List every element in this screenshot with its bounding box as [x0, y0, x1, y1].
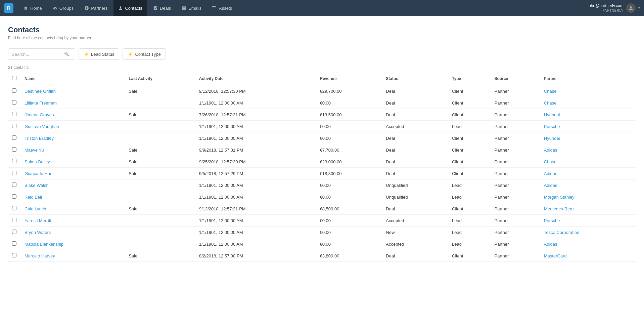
- row-status: Accepted: [382, 121, 448, 132]
- contacts-tbody: Destinee Griffith Sale 9/12/2018, 12:57:…: [8, 85, 636, 262]
- row-checkbox[interactable]: [12, 171, 16, 175]
- row-revenue: €0.00: [316, 238, 382, 250]
- partner-link[interactable]: Hyundai: [544, 136, 560, 141]
- row-type: Client: [448, 168, 490, 179]
- row-activity-date: 9/5/2018, 12:57:29 PM: [195, 168, 316, 179]
- row-checkbox[interactable]: [12, 218, 16, 222]
- nav-partners[interactable]: Partners: [80, 0, 112, 16]
- partner-link[interactable]: Adidas: [544, 148, 557, 153]
- row-name: Jimena Graves: [20, 109, 125, 121]
- partner-link[interactable]: Chase: [544, 159, 557, 164]
- row-partner: Adidas: [540, 168, 636, 179]
- contact-name-link[interactable]: Destinee Griffith: [25, 89, 56, 94]
- partner-link[interactable]: Adidas: [544, 183, 557, 188]
- chevron-down-icon[interactable]: ▾: [638, 6, 640, 10]
- contact-name-link[interactable]: Marcelo Harvey: [25, 253, 55, 258]
- contact-type-label: Contact Type: [135, 52, 160, 57]
- contact-name-link[interactable]: Yaretzi Merritt: [25, 218, 51, 223]
- search-box[interactable]: 🔍: [8, 48, 75, 60]
- select-all-checkbox[interactable]: [12, 76, 16, 80]
- row-activity-date: 1/1/1901, 12:00:00 AM: [195, 97, 316, 109]
- contact-type-filter[interactable]: ⚡ Contact Type: [123, 48, 166, 60]
- row-activity-date: 1/1/1901, 12:00:00 AM: [195, 227, 316, 238]
- contact-name-link[interactable]: Giancarlo Hunt: [25, 171, 54, 176]
- contact-name-link[interactable]: Lilliana Freeman: [25, 100, 57, 106]
- row-source: Partner: [491, 203, 540, 215]
- contact-name-link[interactable]: Reid Bell: [25, 195, 42, 200]
- row-source: Partner: [491, 121, 540, 132]
- nav-emails[interactable]: Emails: [177, 0, 206, 16]
- contact-name-link[interactable]: Cale Lynch: [25, 206, 46, 211]
- filter-icon: ⚡: [84, 52, 89, 57]
- row-source: Partner: [491, 238, 540, 250]
- row-revenue: €7,700.00: [316, 144, 382, 156]
- row-type: Lead: [448, 215, 490, 227]
- row-checkbox[interactable]: [12, 182, 16, 187]
- row-checkbox-cell: [8, 203, 20, 215]
- row-status: Accepted: [382, 215, 448, 227]
- nav-home[interactable]: Home: [19, 0, 47, 16]
- partner-link[interactable]: Chase: [544, 100, 557, 106]
- row-checkbox-cell: [8, 156, 20, 168]
- contact-name-link[interactable]: Maeve Yu: [25, 148, 44, 153]
- contact-name-link[interactable]: Jimena Graves: [25, 112, 54, 117]
- row-partner: Chase: [540, 156, 636, 168]
- row-name: Destinee Griffith: [20, 85, 125, 97]
- row-checkbox[interactable]: [12, 124, 16, 128]
- header-activity-date: Activity Date: [195, 73, 316, 85]
- contact-name-link[interactable]: Salma Bailey: [25, 159, 50, 164]
- table-row: Cale Lynch Sale 9/13/2018, 12:57:31 PM €…: [8, 203, 636, 215]
- row-checkbox[interactable]: [12, 241, 16, 246]
- partner-link[interactable]: Porsche: [544, 124, 560, 129]
- lead-status-filter[interactable]: ⚡ Lead Status: [79, 48, 119, 60]
- row-checkbox[interactable]: [12, 147, 16, 152]
- row-type: Client: [448, 156, 490, 168]
- row-source: Partner: [491, 250, 540, 262]
- contact-name-link[interactable]: Brynn Waters: [25, 230, 51, 235]
- partner-link[interactable]: Hyundai: [544, 112, 560, 117]
- row-checkbox[interactable]: [12, 112, 16, 116]
- search-input[interactable]: [12, 52, 62, 57]
- row-partner: Adidas: [540, 179, 636, 191]
- row-checkbox[interactable]: [12, 100, 16, 105]
- row-source: Partner: [491, 85, 540, 97]
- partner-link[interactable]: Porsche: [544, 218, 560, 223]
- partner-link[interactable]: Morgan Stanley: [544, 195, 574, 200]
- row-checkbox[interactable]: [12, 230, 16, 234]
- row-revenue: €0.00: [316, 215, 382, 227]
- contact-name-link[interactable]: Gustavo Vaughan: [25, 124, 59, 129]
- nav-contacts[interactable]: Contacts: [113, 0, 147, 16]
- filters-bar: 🔍 ⚡ Lead Status ⚡ Contact Type: [8, 48, 636, 60]
- partner-link[interactable]: Chase: [544, 89, 557, 94]
- header-name: Name: [20, 73, 125, 85]
- row-checkbox[interactable]: [12, 206, 16, 210]
- partner-link[interactable]: Adidas: [544, 242, 557, 247]
- row-partner: Chase: [540, 85, 636, 97]
- header-revenue: Revenue: [316, 73, 382, 85]
- user-info: john@partnerly.com PARTNERLY: [588, 3, 624, 13]
- nav-assets[interactable]: Assets: [208, 0, 237, 16]
- table-row: Brynn Waters 1/1/1901, 12:00:00 AM €0.00…: [8, 227, 636, 238]
- row-partner: Tesco Corporation: [540, 227, 636, 238]
- contact-name-link[interactable]: Matilda Blankenship: [25, 242, 63, 247]
- nav-deals[interactable]: Deals: [148, 0, 176, 16]
- nav-groups[interactable]: Groups: [48, 0, 79, 16]
- contact-name-link[interactable]: Blake Walsh: [25, 183, 49, 188]
- row-activity-date: 1/1/1901, 12:00:00 AM: [195, 238, 316, 250]
- row-name: Marcelo Harvey: [20, 250, 125, 262]
- page-title: Contacts: [8, 26, 636, 34]
- row-checkbox[interactable]: [12, 88, 16, 93]
- partner-link[interactable]: Mercedes-Benz: [544, 206, 574, 211]
- partner-link[interactable]: Tesco Corporation: [544, 230, 580, 235]
- row-type: Client: [448, 85, 490, 97]
- contact-name-link[interactable]: Triston Bradley: [25, 136, 54, 141]
- row-checkbox[interactable]: [12, 194, 16, 199]
- row-checkbox[interactable]: [12, 253, 16, 257]
- partner-link[interactable]: Adidas: [544, 171, 557, 176]
- row-checkbox-cell: [8, 238, 20, 250]
- partner-link[interactable]: MasterCard: [544, 253, 567, 258]
- row-checkbox[interactable]: [12, 159, 16, 163]
- row-partner: Mercedes-Benz: [540, 203, 636, 215]
- row-checkbox[interactable]: [12, 135, 16, 140]
- row-revenue: €3,800.00: [316, 250, 382, 262]
